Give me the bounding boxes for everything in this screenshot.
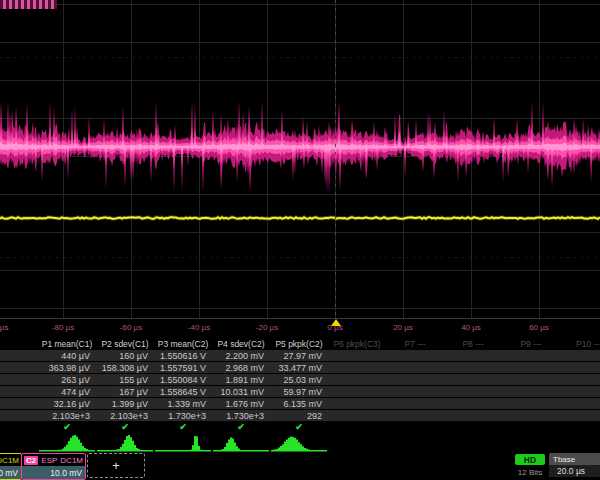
c2-esp-tag: ESP (41, 456, 57, 465)
oscilloscope-screen: -100 µs-80 µs-60 µs-40 µs-20 µs0 µs20 µs… (0, 0, 600, 480)
measure-value: 474 µV (38, 387, 96, 397)
status-check-icon: ✔ (270, 422, 328, 432)
measure-value: 1.550616 V (154, 351, 212, 361)
c2-coupling-label: DC1M (60, 456, 83, 465)
measure-column-header[interactable]: P9 --- (502, 339, 560, 349)
measure-value: 167 µV (96, 387, 154, 397)
measure-value: 292 (270, 411, 328, 421)
persistence-row-bottom (0, 257, 600, 258)
measure-value: 1.891 mV (212, 375, 270, 385)
measure-value: 6.135 mV (270, 399, 328, 409)
measure-value: 1.557591 V (154, 363, 212, 373)
measure-stat-row: 363.98 µV158.308 µV1.557591 V2.968 mV33.… (0, 362, 600, 373)
trace-annotation-badge (0, 0, 57, 9)
measure-value: 440 µV (38, 351, 96, 361)
measure-histicon[interactable] (270, 432, 328, 452)
measurement-table: P1 mean(C1)P2 sdev(C1)P3 mean(C2)P4 sdev… (0, 337, 600, 432)
axis-tick-label: -40 µs (170, 323, 228, 332)
waveform-grid[interactable] (0, 0, 600, 318)
measure-value: 158.308 µV (96, 363, 154, 373)
add-trace-button[interactable]: + (87, 453, 145, 478)
status-check-icon: ✔ (212, 422, 270, 432)
measure-column-header[interactable]: P4 sdev(C2) (212, 339, 270, 349)
measure-stat-row: 2.103e+32.103e+31.730e+31.730e+3292 (0, 410, 600, 421)
measurement-header-row: P1 mean(C1)P2 sdev(C1)P3 mean(C2)P4 sdev… (0, 337, 600, 350)
timebase-descriptor[interactable]: Tbase 20.0 µs (549, 453, 600, 478)
plus-icon: + (112, 458, 120, 473)
measure-value: 363.98 µV (38, 363, 96, 373)
persistence-row-top (0, 57, 600, 58)
measure-value: 160 µV (96, 351, 154, 361)
measure-stat-row: 474 µV167 µV1.558645 V10.031 mV59.97 mV (0, 386, 600, 397)
timebase-value: 20.0 µs (549, 465, 600, 477)
axis-tick-label: -20 µs (238, 323, 296, 332)
measure-value: 1.339 mV (154, 399, 212, 409)
measure-histicon[interactable] (96, 432, 154, 452)
measure-value: 263 µV (38, 375, 96, 385)
measurement-stat-rows: 440 µV160 µV1.550616 V2.200 mV27.97 mV36… (0, 350, 600, 421)
measure-value: 1.399 µV (96, 399, 154, 409)
measure-histicon[interactable] (212, 432, 270, 452)
measure-value: 33.477 mV (270, 363, 328, 373)
c2-channel-chip: C2 (24, 456, 38, 465)
measure-histicon[interactable] (154, 432, 212, 452)
measure-value: 25.03 mV (270, 375, 328, 385)
c1-scale-value: 10.0 mV (0, 466, 21, 479)
measure-value: 10.031 mV (212, 387, 270, 397)
measure-column-header[interactable]: P7 --- (386, 339, 444, 349)
axis-tick-label: 40 µs (442, 323, 500, 332)
axis-tick-label: 60 µs (510, 323, 568, 332)
measure-column-header[interactable]: P8 --- (444, 339, 502, 349)
measure-value: 32.16 µV (38, 399, 96, 409)
axis-tick-label: 20 µs (374, 323, 432, 332)
measure-value: 155 µV (96, 375, 154, 385)
measure-column-header[interactable]: P2 sdev(C1) (96, 339, 154, 349)
timebase-title: Tbase (549, 453, 600, 465)
measure-column-header[interactable]: P10 --- (560, 339, 600, 349)
measure-value: 2.200 mV (212, 351, 270, 361)
measure-value: 1.676 mV (212, 399, 270, 409)
status-check-icon: ✔ (96, 422, 154, 432)
status-check-icon: ✔ (38, 422, 96, 432)
axis-tick-label: -80 µs (34, 323, 92, 332)
time-axis: -100 µs-80 µs-60 µs-40 µs-20 µs0 µs20 µs… (0, 318, 600, 338)
measure-histicon[interactable] (38, 432, 96, 452)
trigger-time-marker-icon[interactable] (331, 319, 341, 326)
measure-value: 1.550084 V (154, 375, 212, 385)
measure-value: 2.103e+3 (96, 411, 154, 421)
trigger-position-line (335, 0, 336, 318)
measurement-status-row: ✔✔✔✔✔ (0, 422, 600, 432)
axis-tick-label: -100 µs (0, 323, 24, 332)
c1-coupling-label: DC1M (0, 456, 19, 465)
channel-c2-descriptor[interactable]: C2 ESP DC1M 10.0 mV (21, 453, 86, 480)
bottom-descriptor-bar: DC1M 10.0 mV C2 ESP DC1M 10.0 mV + HD 12… (0, 453, 600, 480)
hd-mode-badge[interactable]: HD (515, 454, 545, 465)
measure-stat-row: 440 µV160 µV1.550616 V2.200 mV27.97 mV (0, 350, 600, 361)
measure-stat-row: 263 µV155 µV1.550084 V1.891 mV25.03 mV (0, 374, 600, 385)
histicon-row (0, 432, 600, 452)
measure-column-header[interactable]: P1 mean(C1) (38, 339, 96, 349)
measure-stat-row: 32.16 µV1.399 µV1.339 mV1.676 mV6.135 mV (0, 398, 600, 409)
measure-value: 1.558645 V (154, 387, 212, 397)
measure-value: 2.968 mV (212, 363, 270, 373)
status-check-icon: ✔ (154, 422, 212, 432)
measure-value: 27.97 mV (270, 351, 328, 361)
measure-value: 59.97 mV (270, 387, 328, 397)
measure-value: 1.730e+3 (212, 411, 270, 421)
measure-value: 1.730e+3 (154, 411, 212, 421)
measure-value: 2.103e+3 (38, 411, 96, 421)
scope-traces (0, 0, 600, 318)
bit-depth-label: 12 Bits (510, 468, 550, 477)
channel-c1-descriptor[interactable]: DC1M 10.0 mV (0, 453, 22, 480)
measure-column-header[interactable]: P5 pkpk(C2) (270, 339, 328, 349)
c2-scale-value: 10.0 mV (22, 466, 85, 479)
axis-tick-label: -60 µs (102, 323, 160, 332)
measure-column-header[interactable]: P6 pkpk(C3) (328, 339, 386, 349)
measure-column-header[interactable]: P3 mean(C2) (154, 339, 212, 349)
